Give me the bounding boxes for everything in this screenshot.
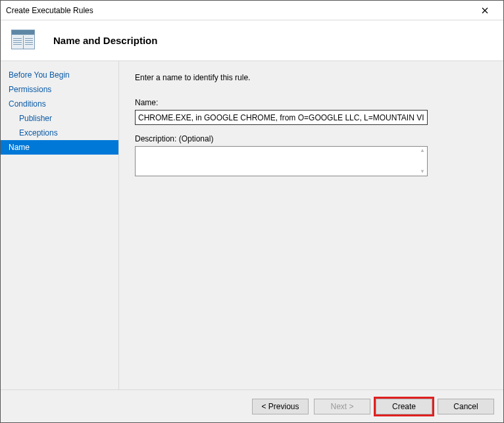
name-input[interactable] (135, 110, 428, 125)
close-icon (482, 7, 488, 14)
sidebar-item-name[interactable]: Name (1, 140, 118, 155)
intro-text: Enter a name to identify this rule. (135, 73, 488, 82)
name-label: Name: (135, 98, 488, 107)
create-button[interactable]: Create (376, 399, 432, 414)
window-title: Create Executable Rules (6, 6, 93, 15)
sidebar-item-exceptions[interactable]: Exceptions (1, 126, 118, 140)
wizard-page-icon (11, 30, 38, 52)
wizard-sidebar: Before You Begin Permissions Conditions … (1, 61, 119, 389)
wizard-footer: < Previous Next > Create Cancel (1, 389, 503, 422)
sidebar-item-before-you-begin[interactable]: Before You Begin (1, 68, 118, 82)
name-field-block: Name: (135, 98, 488, 125)
titlebar: Create Executable Rules (1, 1, 503, 20)
wizard-header: Name and Description (1, 20, 503, 61)
wizard-main: Enter a name to identify this rule. Name… (119, 61, 503, 389)
cancel-button[interactable]: Cancel (438, 399, 494, 414)
wizard-body: Before You Begin Permissions Conditions … (1, 61, 503, 389)
previous-button[interactable]: < Previous (252, 399, 309, 414)
close-button[interactable] (472, 1, 498, 20)
sidebar-item-conditions[interactable]: Conditions (1, 97, 118, 111)
sidebar-item-permissions[interactable]: Permissions (1, 82, 118, 97)
page-title: Name and Description (48, 35, 157, 46)
dialog-window: Create Executable Rules Name and Descrip… (0, 0, 504, 423)
description-field-block: Description: (Optional) ▲ ▼ (135, 134, 488, 176)
scroll-down-icon: ▼ (419, 169, 426, 174)
description-textarea[interactable] (136, 147, 427, 176)
description-label: Description: (Optional) (135, 134, 488, 143)
scroll-up-icon: ▲ (419, 148, 426, 153)
description-textarea-wrap: ▲ ▼ (135, 146, 428, 176)
next-button: Next > (314, 399, 370, 414)
sidebar-item-publisher[interactable]: Publisher (1, 111, 118, 126)
